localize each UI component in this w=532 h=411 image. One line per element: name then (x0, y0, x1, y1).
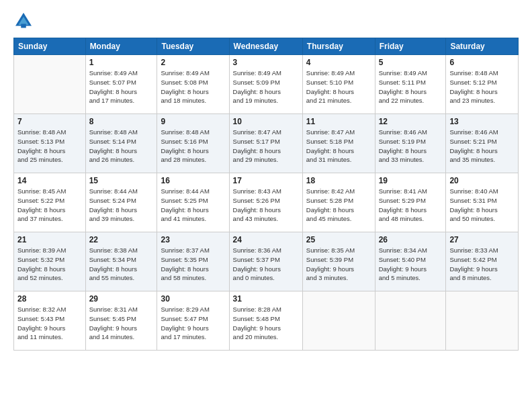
day-number: 29 (89, 294, 154, 304)
weekday-header-monday: Monday (85, 38, 157, 55)
calendar-row-1: 1Sunrise: 8:49 AMSunset: 5:07 PMDaylight… (14, 55, 519, 114)
day-number: 28 (17, 294, 82, 304)
day-info: Sunrise: 8:48 AMSunset: 5:12 PMDaylight:… (449, 68, 515, 105)
calendar-cell: 26Sunrise: 8:34 AMSunset: 5:40 PMDayligh… (375, 232, 446, 291)
calendar-cell (14, 55, 86, 114)
day-info: Sunrise: 8:42 AMSunset: 5:28 PMDaylight:… (306, 187, 371, 224)
day-info: Sunrise: 8:35 AMSunset: 5:39 PMDaylight:… (306, 246, 371, 283)
day-info: Sunrise: 8:29 AMSunset: 5:47 PMDaylight:… (161, 305, 225, 342)
day-number: 3 (233, 58, 299, 67)
calendar-cell: 4Sunrise: 8:49 AMSunset: 5:10 PMDaylight… (302, 55, 375, 114)
day-info: Sunrise: 8:49 AMSunset: 5:08 PMDaylight:… (161, 68, 225, 105)
svg-rect-2 (21, 24, 26, 28)
day-info: Sunrise: 8:38 AMSunset: 5:34 PMDaylight:… (89, 246, 154, 283)
calendar-cell: 7Sunrise: 8:48 AMSunset: 5:13 PMDaylight… (14, 114, 86, 173)
day-info: Sunrise: 8:41 AMSunset: 5:29 PMDaylight:… (379, 187, 443, 224)
calendar-cell: 2Sunrise: 8:49 AMSunset: 5:08 PMDaylight… (157, 55, 229, 114)
calendar-row-3: 14Sunrise: 8:45 AMSunset: 5:22 PMDayligh… (14, 173, 519, 232)
day-info: Sunrise: 8:48 AMSunset: 5:14 PMDaylight:… (89, 128, 154, 165)
calendar-cell: 9Sunrise: 8:48 AMSunset: 5:16 PMDaylight… (157, 114, 229, 173)
day-number: 10 (233, 117, 299, 126)
day-number: 6 (449, 58, 515, 67)
day-number: 31 (233, 294, 299, 304)
calendar-cell: 28Sunrise: 8:32 AMSunset: 5:43 PMDayligh… (14, 291, 86, 351)
day-info: Sunrise: 8:47 AMSunset: 5:18 PMDaylight:… (306, 128, 371, 165)
day-number: 14 (17, 176, 82, 185)
weekday-header-wednesday: Wednesday (229, 38, 302, 55)
day-number: 18 (306, 176, 371, 185)
day-number: 13 (449, 117, 515, 126)
day-info: Sunrise: 8:49 AMSunset: 5:07 PMDaylight:… (89, 68, 154, 105)
calendar-cell: 6Sunrise: 8:48 AMSunset: 5:12 PMDaylight… (446, 55, 519, 114)
calendar-cell: 3Sunrise: 8:49 AMSunset: 5:09 PMDaylight… (229, 55, 302, 114)
day-info: Sunrise: 8:32 AMSunset: 5:43 PMDaylight:… (17, 305, 82, 342)
logo (13, 11, 36, 31)
day-number: 5 (379, 58, 443, 67)
day-info: Sunrise: 8:48 AMSunset: 5:16 PMDaylight:… (161, 128, 225, 165)
day-number: 1 (89, 58, 154, 67)
day-info: Sunrise: 8:39 AMSunset: 5:32 PMDaylight:… (17, 246, 82, 283)
calendar-cell (446, 291, 519, 351)
day-number: 19 (379, 176, 443, 185)
day-number: 4 (306, 58, 371, 67)
calendar-cell: 27Sunrise: 8:33 AMSunset: 5:42 PMDayligh… (446, 232, 519, 291)
day-number: 20 (449, 176, 515, 185)
day-number: 21 (17, 235, 82, 244)
calendar-cell: 13Sunrise: 8:46 AMSunset: 5:21 PMDayligh… (446, 114, 519, 173)
calendar-cell (302, 291, 375, 351)
day-info: Sunrise: 8:28 AMSunset: 5:48 PMDaylight:… (233, 305, 299, 342)
day-number: 24 (233, 235, 299, 244)
calendar-cell: 16Sunrise: 8:44 AMSunset: 5:25 PMDayligh… (157, 173, 229, 232)
calendar-cell: 8Sunrise: 8:48 AMSunset: 5:14 PMDaylight… (85, 114, 157, 173)
day-info: Sunrise: 8:44 AMSunset: 5:24 PMDaylight:… (89, 187, 154, 224)
day-number: 16 (161, 176, 225, 185)
calendar-cell (375, 291, 446, 351)
day-number: 23 (161, 235, 225, 244)
calendar-cell: 10Sunrise: 8:47 AMSunset: 5:17 PMDayligh… (229, 114, 302, 173)
weekday-header-tuesday: Tuesday (157, 38, 229, 55)
day-number: 8 (89, 117, 154, 126)
header (13, 11, 519, 31)
logo-icon (13, 11, 34, 31)
calendar-header-row: SundayMondayTuesdayWednesdayThursdayFrid… (14, 38, 519, 55)
day-info: Sunrise: 8:33 AMSunset: 5:42 PMDaylight:… (449, 246, 515, 283)
day-number: 2 (161, 58, 225, 67)
day-info: Sunrise: 8:49 AMSunset: 5:11 PMDaylight:… (379, 68, 443, 105)
calendar-cell: 29Sunrise: 8:31 AMSunset: 5:45 PMDayligh… (85, 291, 157, 351)
day-info: Sunrise: 8:45 AMSunset: 5:22 PMDaylight:… (17, 187, 82, 224)
calendar-cell: 30Sunrise: 8:29 AMSunset: 5:47 PMDayligh… (157, 291, 229, 351)
calendar-cell: 5Sunrise: 8:49 AMSunset: 5:11 PMDaylight… (375, 55, 446, 114)
day-info: Sunrise: 8:43 AMSunset: 5:26 PMDaylight:… (233, 187, 299, 224)
day-info: Sunrise: 8:46 AMSunset: 5:19 PMDaylight:… (379, 128, 443, 165)
calendar-row-4: 21Sunrise: 8:39 AMSunset: 5:32 PMDayligh… (14, 232, 519, 291)
calendar-cell: 17Sunrise: 8:43 AMSunset: 5:26 PMDayligh… (229, 173, 302, 232)
day-number: 11 (306, 117, 371, 126)
day-info: Sunrise: 8:34 AMSunset: 5:40 PMDaylight:… (379, 246, 443, 283)
day-number: 30 (161, 294, 225, 304)
day-info: Sunrise: 8:49 AMSunset: 5:09 PMDaylight:… (233, 68, 299, 105)
calendar-cell: 19Sunrise: 8:41 AMSunset: 5:29 PMDayligh… (375, 173, 446, 232)
calendar-cell: 25Sunrise: 8:35 AMSunset: 5:39 PMDayligh… (302, 232, 375, 291)
calendar-cell: 18Sunrise: 8:42 AMSunset: 5:28 PMDayligh… (302, 173, 375, 232)
day-info: Sunrise: 8:48 AMSunset: 5:13 PMDaylight:… (17, 128, 82, 165)
day-info: Sunrise: 8:40 AMSunset: 5:31 PMDaylight:… (449, 187, 515, 224)
day-number: 26 (379, 235, 443, 244)
calendar-cell: 14Sunrise: 8:45 AMSunset: 5:22 PMDayligh… (14, 173, 86, 232)
weekday-header-friday: Friday (375, 38, 446, 55)
calendar-row-5: 28Sunrise: 8:32 AMSunset: 5:43 PMDayligh… (14, 291, 519, 351)
calendar-cell: 1Sunrise: 8:49 AMSunset: 5:07 PMDaylight… (85, 55, 157, 114)
calendar-cell: 23Sunrise: 8:37 AMSunset: 5:35 PMDayligh… (157, 232, 229, 291)
day-info: Sunrise: 8:46 AMSunset: 5:21 PMDaylight:… (449, 128, 515, 165)
page: SundayMondayTuesdayWednesdayThursdayFrid… (0, 0, 532, 411)
day-info: Sunrise: 8:49 AMSunset: 5:10 PMDaylight:… (306, 68, 371, 105)
weekday-header-sunday: Sunday (14, 38, 86, 55)
day-number: 22 (89, 235, 154, 244)
calendar-cell: 12Sunrise: 8:46 AMSunset: 5:19 PMDayligh… (375, 114, 446, 173)
calendar-cell: 24Sunrise: 8:36 AMSunset: 5:37 PMDayligh… (229, 232, 302, 291)
day-info: Sunrise: 8:47 AMSunset: 5:17 PMDaylight:… (233, 128, 299, 165)
calendar-cell: 21Sunrise: 8:39 AMSunset: 5:32 PMDayligh… (14, 232, 86, 291)
day-info: Sunrise: 8:31 AMSunset: 5:45 PMDaylight:… (89, 305, 154, 342)
weekday-header-saturday: Saturday (446, 38, 519, 55)
calendar-row-2: 7Sunrise: 8:48 AMSunset: 5:13 PMDaylight… (14, 114, 519, 173)
calendar-cell: 20Sunrise: 8:40 AMSunset: 5:31 PMDayligh… (446, 173, 519, 232)
